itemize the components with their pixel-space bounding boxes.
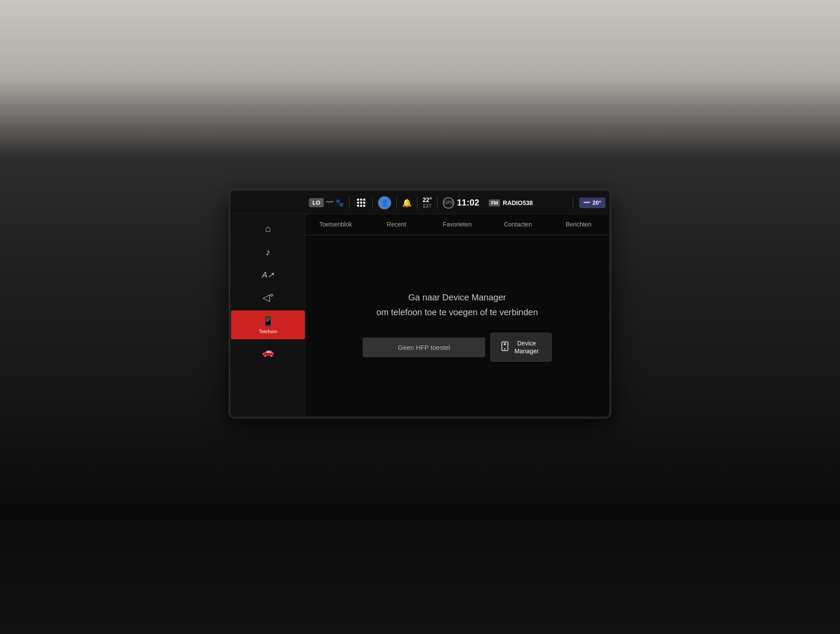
tab-favorieten[interactable]: Favorieten: [427, 214, 488, 235]
phone-icon: 📱: [262, 316, 274, 327]
profile-avatar[interactable]: 👤: [378, 196, 391, 209]
gps-icon: GPS: [443, 197, 454, 209]
phone-content: Ga naar Device Manager om telefoon toe t…: [305, 235, 609, 416]
sidebar-item-car[interactable]: 🚗: [231, 341, 305, 363]
car-icon: 🚗: [262, 346, 274, 358]
status-bar-right: 〰 20°: [570, 197, 606, 209]
volume-icon: ◁°: [262, 292, 274, 303]
divider-5: [437, 197, 438, 209]
gps-clock: GPS 11:02: [443, 197, 479, 209]
divider-3: [396, 197, 397, 209]
nav-icon: A↗: [262, 270, 274, 280]
seat-heat-icon[interactable]: 〰 🐾: [326, 199, 344, 207]
notification-bell-icon[interactable]: 🔔: [402, 198, 412, 208]
clock-display: 11:02: [457, 198, 479, 208]
ext-temperature: 22° EXT: [423, 196, 432, 209]
phone-actions: Geen HFP toestel: [363, 333, 552, 362]
divider-4: [417, 197, 417, 209]
content-area: Toetsenblok Recent Favorieten Contacten: [305, 214, 609, 416]
status-bar: LO 〰 🐾: [231, 192, 609, 214]
sidebar-item-phone[interactable]: 📱 Telefoon: [231, 310, 305, 339]
svg-point-3: [504, 348, 506, 349]
sidebar-item-home[interactable]: ⌂: [231, 218, 305, 240]
phone-message-line2: om telefoon toe te voegen of te verbinde…: [376, 305, 538, 320]
sidebar-item-navigation[interactable]: A↗: [231, 265, 305, 285]
home-icon: ⌂: [265, 223, 271, 234]
divider-1: [349, 197, 350, 209]
device-manager-icon: [500, 341, 510, 354]
sidebar-item-music[interactable]: ♪: [231, 241, 305, 263]
fm-badge: FM: [489, 199, 500, 206]
phone-label: Telefoon: [259, 329, 277, 334]
cabin-temp-badge[interactable]: 〰 20°: [579, 198, 606, 208]
phone-message: Ga naar Device Manager om telefoon toe t…: [376, 290, 538, 320]
seat-icon-right: 〰: [584, 199, 590, 206]
tab-bar: Toetsenblok Recent Favorieten Contacten: [305, 214, 609, 235]
grid-button[interactable]: [355, 197, 367, 209]
sidebar: ⌂ ♪ A↗ ◁° 📱 Telefoon: [231, 214, 305, 416]
main-area: ⌂ ♪ A↗ ◁° 📱 Telefoon: [231, 214, 609, 416]
infotainment-screen: LO 〰 🐾: [230, 190, 610, 418]
sidebar-item-volume[interactable]: ◁°: [231, 287, 305, 309]
tab-contacten[interactable]: Contacten: [487, 214, 548, 235]
phone-message-line1: Ga naar Device Manager: [376, 290, 538, 305]
tab-toetsenblok[interactable]: Toetsenblok: [305, 214, 366, 235]
hfp-device-button[interactable]: Geen HFP toestel: [363, 338, 485, 357]
tab-recent[interactable]: Recent: [366, 214, 427, 235]
radio-display[interactable]: FM RADIO538: [489, 199, 532, 206]
tab-berichten[interactable]: Berichten: [548, 214, 609, 235]
divider-right: [573, 197, 573, 209]
cabin-temp-value: 20°: [592, 199, 601, 206]
lo-badge[interactable]: LO: [309, 198, 324, 207]
device-manager-button[interactable]: Device Manager: [490, 333, 552, 362]
radio-station: RADIO538: [503, 199, 532, 206]
status-bar-left: LO 〰 🐾: [309, 196, 533, 209]
device-manager-text: Device Manager: [514, 339, 539, 355]
divider-2: [372, 197, 373, 209]
car-interior: LO 〰 🐾: [0, 0, 840, 634]
music-icon: ♪: [266, 247, 270, 258]
screen-content: LO 〰 🐾: [231, 192, 609, 416]
